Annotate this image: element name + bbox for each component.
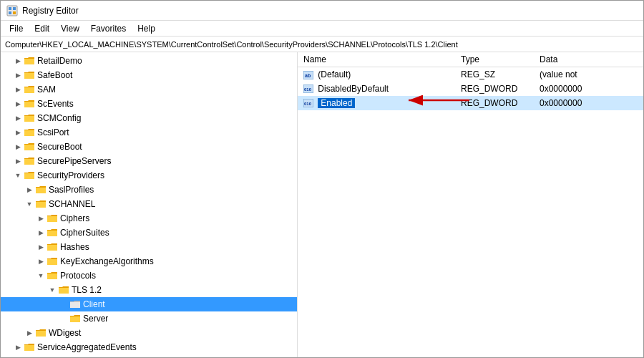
svg-rect-3 bbox=[9, 11, 11, 14]
expander-protocols[interactable] bbox=[35, 270, 47, 281]
expander-hashes[interactable] bbox=[35, 241, 47, 253]
tree-label-scsiport: ScsiPort bbox=[37, 127, 69, 137]
tree-item-scmconfig[interactable]: SCMConfig bbox=[1, 111, 297, 125]
window-title: Registry Editor bbox=[22, 6, 79, 16]
expander-scmconfig[interactable] bbox=[12, 112, 24, 124]
tree-label-client: Client bbox=[83, 299, 105, 309]
tree-label-tls12: TLS 1.2 bbox=[72, 285, 102, 295]
type-icon-dword1: 010 bbox=[303, 84, 313, 93]
tree-label-securepipeservers: SecurePipeServers bbox=[37, 156, 111, 166]
tree-item-saslprofiles[interactable]: SaslProfiles bbox=[1, 183, 297, 197]
folder-icon-server bbox=[69, 313, 81, 324]
expander-scsiport[interactable] bbox=[12, 127, 24, 138]
tree-label-scevents: ScEvents bbox=[37, 99, 74, 109]
tree-panel[interactable]: RetailDemo SafeBoot SAM bbox=[1, 52, 298, 357]
address-bar: Computer\HKEY_LOCAL_MACHINE\SYSTEM\Curre… bbox=[1, 37, 643, 52]
tree-item-keyexchange[interactable]: KeyExchangeAlgorithms bbox=[1, 254, 297, 268]
reg-type-default: REG_SZ bbox=[455, 67, 534, 82]
folder-icon-protocols bbox=[47, 270, 58, 281]
tree-item-schannel[interactable]: SCHANNEL bbox=[1, 197, 297, 211]
registry-row-disabledbydefault[interactable]: 010 DisabledByDefault REG_DWORD 0x000000… bbox=[298, 82, 643, 96]
tree-item-secureboot[interactable]: SecureBoot bbox=[1, 140, 297, 154]
tree-item-retaildemo[interactable]: RetailDemo bbox=[1, 54, 297, 68]
folder-icon-retaildemo bbox=[24, 55, 35, 67]
folder-icon-scsiport bbox=[24, 127, 35, 138]
expander-saslprofiles[interactable] bbox=[24, 184, 35, 195]
title-bar: Registry Editor bbox=[1, 1, 643, 21]
col-type[interactable]: Type bbox=[455, 52, 534, 67]
expander-ciphers[interactable] bbox=[35, 213, 47, 224]
tree-item-scevents[interactable]: ScEvents bbox=[1, 97, 297, 111]
tree-label-scmconfig: SCMConfig bbox=[37, 113, 81, 123]
tree-item-wdigest[interactable]: WDigest bbox=[1, 326, 297, 340]
enabled-badge: Enabled bbox=[318, 98, 355, 108]
menu-view[interactable]: View bbox=[55, 22, 85, 34]
reg-type-enabled: REG_DWORD bbox=[455, 96, 534, 110]
menu-favorites[interactable]: Favorites bbox=[85, 22, 132, 34]
main-content: RetailDemo SafeBoot SAM bbox=[1, 52, 643, 357]
svg-text:010: 010 bbox=[304, 87, 312, 92]
expander-tls12[interactable] bbox=[47, 284, 58, 296]
reg-name-enabled: 010 Enabled bbox=[298, 96, 455, 110]
expander-wdigest[interactable] bbox=[24, 327, 35, 339]
tree-label-secureboot: SecureBoot bbox=[37, 142, 82, 152]
tree-item-scsiport[interactable]: ScsiPort bbox=[1, 125, 297, 140]
address-text: Computer\HKEY_LOCAL_MACHINE\SYSTEM\Curre… bbox=[5, 40, 458, 49]
reg-data-disabledbydefault: 0x0000000 bbox=[534, 82, 643, 96]
tree-label-safeboot: SafeBoot bbox=[37, 70, 72, 80]
folder-icon-ciphers bbox=[47, 213, 58, 224]
tree-item-ciphersuites[interactable]: CipherSuites bbox=[1, 226, 297, 240]
folder-icon-wdigest bbox=[35, 327, 47, 339]
expander-servicegrouporder[interactable] bbox=[12, 356, 24, 357]
tree-item-hashes[interactable]: Hashes bbox=[1, 240, 297, 254]
tree-item-ciphers[interactable]: Ciphers bbox=[1, 211, 297, 226]
expander-securepipeservers[interactable] bbox=[12, 155, 24, 167]
registry-values-panel: Name Type Data ab (Default) bbox=[298, 52, 643, 357]
reg-name-disabledbydefault: 010 DisabledByDefault bbox=[298, 82, 455, 96]
folder-icon-serviceaggregatedevents bbox=[24, 342, 35, 353]
svg-rect-1 bbox=[9, 7, 11, 10]
reg-name-default: ab (Default) bbox=[298, 67, 455, 82]
tree-label-servicegrouporder: ServiceGroupOrder bbox=[37, 357, 112, 357]
tree-item-securepipeservers[interactable]: SecurePipeServers bbox=[1, 154, 297, 168]
tree-item-serviceaggregatedevents[interactable]: ServiceAggregatedEvents bbox=[1, 340, 297, 354]
folder-icon-keyexchange bbox=[47, 256, 58, 267]
expander-ciphersuites[interactable] bbox=[35, 227, 47, 238]
folder-icon-client bbox=[69, 299, 81, 310]
expander-sam[interactable] bbox=[12, 84, 24, 95]
expander-keyexchange[interactable] bbox=[35, 256, 47, 267]
svg-rect-4 bbox=[13, 11, 16, 14]
expander-scevents[interactable] bbox=[12, 98, 24, 110]
expander-secureboot[interactable] bbox=[12, 141, 24, 153]
menu-file[interactable]: File bbox=[4, 22, 29, 34]
folder-icon-secureboot bbox=[24, 141, 35, 153]
expander-serviceaggregatedevents[interactable] bbox=[12, 342, 24, 353]
tree-item-safeboot[interactable]: SafeBoot bbox=[1, 68, 297, 82]
type-icon-ab: ab bbox=[303, 71, 313, 79]
col-name[interactable]: Name bbox=[298, 52, 455, 67]
expander-schannel[interactable] bbox=[24, 198, 35, 210]
tree-item-client[interactable]: Client bbox=[1, 297, 297, 311]
tree-item-servicegrouporder[interactable]: ServiceGroupOrder bbox=[1, 354, 297, 357]
tree-label-sam: SAM bbox=[37, 84, 56, 95]
col-data[interactable]: Data bbox=[534, 52, 643, 67]
tree-item-server[interactable]: Server bbox=[1, 311, 297, 326]
tree-label-ciphers: Ciphers bbox=[60, 213, 89, 223]
folder-icon-ciphersuites bbox=[47, 227, 58, 238]
folder-icon-securityproviders bbox=[24, 170, 35, 181]
svg-rect-2 bbox=[13, 7, 16, 10]
registry-row-enabled[interactable]: 010 Enabled REG_DWORD 0x0000000 bbox=[298, 96, 643, 110]
registry-row-default[interactable]: ab (Default) REG_SZ (value not bbox=[298, 67, 643, 82]
type-icon-dword2: 010 bbox=[303, 99, 313, 107]
tree-item-tls12[interactable]: TLS 1.2 bbox=[1, 283, 297, 297]
tree-item-protocols[interactable]: Protocols bbox=[1, 268, 297, 283]
expander-retaildemo[interactable] bbox=[12, 55, 24, 67]
menu-help[interactable]: Help bbox=[132, 22, 161, 34]
folder-icon-hashes bbox=[47, 241, 58, 253]
tree-item-sam[interactable]: SAM bbox=[1, 82, 297, 97]
folder-icon-scmconfig bbox=[24, 112, 35, 124]
expander-securityproviders[interactable] bbox=[12, 170, 24, 181]
expander-safeboot[interactable] bbox=[12, 69, 24, 81]
tree-item-securityproviders[interactable]: SecurityProviders bbox=[1, 168, 297, 183]
menu-edit[interactable]: Edit bbox=[29, 22, 55, 34]
